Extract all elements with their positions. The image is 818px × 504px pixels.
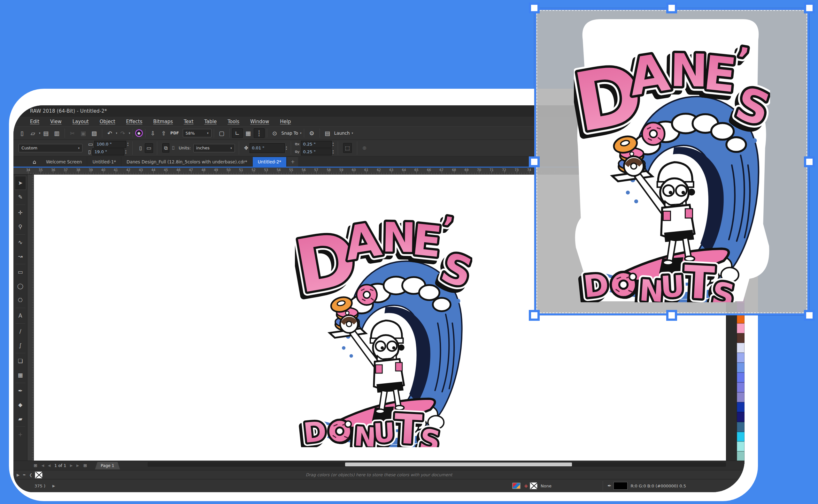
zoom-level-combo[interactable]: 58% ▾	[183, 129, 212, 137]
page-tab[interactable]: Page 1	[95, 462, 120, 470]
show-rulers-icon[interactable]: ∟	[232, 128, 243, 138]
nudge-distance-field[interactable]: 0.01 "	[250, 143, 285, 153]
copy-icon[interactable]: ▣	[78, 128, 89, 138]
export-icon[interactable]: ⇧	[158, 128, 169, 138]
transparency-tool-icon[interactable]: ▦	[15, 368, 26, 382]
color-proof-icon[interactable]	[512, 483, 520, 489]
paste-icon[interactable]: ▨	[89, 128, 100, 138]
ellipse-tool-icon[interactable]: ◯	[15, 279, 26, 293]
show-guidelines-icon[interactable]: ┆	[254, 128, 265, 138]
palette-swatch[interactable]	[737, 402, 745, 412]
palette-swatch[interactable]	[737, 412, 745, 422]
fullscreen-preview-icon[interactable]: ▢	[216, 128, 227, 138]
last-page-icon[interactable]: ▶	[74, 463, 81, 468]
rectangle-tool-icon[interactable]: ▭	[15, 265, 26, 279]
show-grid-icon[interactable]: ▦	[243, 128, 254, 138]
danes-donuts-artwork-canvas[interactable]	[295, 190, 472, 447]
portrait-button[interactable]: ▯	[136, 143, 145, 153]
all-pages-icon[interactable]: ⧉	[162, 143, 169, 153]
document-tab-0[interactable]: Welcome Screen	[41, 157, 87, 167]
document-tab-3[interactable]: Untitled-2*	[253, 157, 287, 167]
new-document-icon[interactable]: ▯	[17, 128, 27, 138]
menu-text[interactable]: Text	[184, 119, 193, 124]
smart-fill-tool-icon[interactable]: ▰	[15, 412, 26, 426]
page-height-spinner[interactable]: ▴▾	[125, 149, 126, 154]
shape-tool-icon[interactable]: ✎	[15, 190, 26, 204]
duplicate-x-spinner[interactable]: ▴▾	[333, 142, 334, 147]
palette-swatch[interactable]	[737, 343, 745, 353]
units-combo[interactable]: inches ▾	[193, 144, 235, 152]
artistic-media-tool-icon[interactable]: ↝	[15, 249, 26, 263]
freehand-tool-icon[interactable]: ∿	[15, 235, 26, 249]
document-tab-1[interactable]: Untitled-1*	[87, 157, 121, 167]
pick-tool-icon[interactable]: ➤	[15, 176, 26, 190]
duplicate-y-field[interactable]: 0.25 "	[301, 148, 332, 155]
page-width-spinner[interactable]: ▴▾	[127, 142, 128, 147]
page-size-preset-combo[interactable]: Custom ▾	[19, 144, 82, 152]
zoom-tool-icon[interactable]: ⚲	[15, 220, 26, 234]
landscape-button[interactable]: ▭	[145, 143, 153, 153]
palette-swatch[interactable]	[737, 432, 745, 442]
palette-swatch[interactable]	[737, 353, 745, 363]
snap-off-icon[interactable]: ⊙	[269, 128, 280, 138]
page-height-field[interactable]: 19.0 "	[92, 148, 124, 155]
interactive-fill-tool-icon[interactable]: ◆	[15, 398, 26, 412]
welcome-search-icon[interactable]: ◉	[135, 129, 143, 137]
danes-donuts-artwork-overlay[interactable]	[574, 18, 770, 302]
current-page-icon[interactable]: ⌷	[172, 145, 175, 151]
open-icon[interactable]: ▱	[27, 128, 38, 138]
menu-help[interactable]: Help	[280, 119, 291, 124]
new-tab-button[interactable]: +	[287, 157, 298, 167]
menu-tools[interactable]: Tools	[228, 119, 239, 124]
home-tab-icon[interactable]: ⌂	[28, 157, 41, 167]
next-page-icon[interactable]: ▶	[68, 463, 74, 468]
dimension-tool-icon[interactable]: ∕	[15, 324, 26, 338]
nudge-spinner[interactable]: ▴▾	[286, 146, 287, 151]
selection-handle-middle-left[interactable]	[529, 156, 540, 167]
palette-swatch[interactable]	[737, 441, 745, 451]
eyedropper-tool-icon[interactable]: ✒	[15, 384, 26, 398]
add-page-end-icon[interactable]: ⊞	[81, 463, 89, 468]
palette-swatch[interactable]	[737, 451, 745, 461]
cut-icon[interactable]: ✂	[67, 128, 78, 138]
selected-image-overlay[interactable]	[534, 8, 809, 315]
menu-layout[interactable]: Layout	[72, 119, 89, 124]
menu-edit[interactable]: Edit	[30, 119, 39, 124]
horizontal-scrollbar[interactable]	[148, 462, 726, 467]
more-tools-icon[interactable]: +	[15, 427, 26, 441]
polygon-tool-icon[interactable]: ⎔	[15, 293, 26, 307]
horizontal-scrollbar-thumb[interactable]	[345, 463, 572, 466]
redo-icon[interactable]: ↷	[117, 128, 128, 138]
duplicate-x-field[interactable]: 0.25 "	[301, 141, 332, 148]
document-tab-2[interactable]: Danes Design_Full (12.8in_5colors with u…	[121, 157, 253, 167]
add-page-start-icon[interactable]: ⊞	[31, 463, 40, 468]
palette-swatch[interactable]	[737, 363, 745, 372]
print-icon[interactable]: ▥	[51, 128, 62, 138]
launch-icon[interactable]: ▤	[322, 128, 333, 138]
connector-tool-icon[interactable]: ∫	[15, 338, 26, 352]
page-width-field[interactable]: 100.0 "	[94, 141, 126, 148]
palette-swatch[interactable]	[737, 422, 745, 432]
publish-pdf-icon[interactable]: PDF	[169, 128, 180, 138]
add-toolbar-items-icon[interactable]: ⊕	[362, 145, 367, 151]
import-icon[interactable]: ⇩	[148, 128, 158, 138]
launch-label[interactable]: Launch	[334, 131, 350, 136]
snap-to-label[interactable]: Snap To	[282, 131, 298, 136]
drop-shadow-tool-icon[interactable]: ❏	[15, 354, 26, 368]
menu-table[interactable]: Table	[204, 119, 217, 124]
menu-view[interactable]: View	[50, 119, 62, 124]
selection-handle-top-left[interactable]	[529, 3, 540, 13]
options-gear-icon[interactable]: ⚙	[307, 128, 317, 138]
palette-swatch[interactable]	[737, 323, 745, 333]
status-play-icon[interactable]: ▶	[52, 484, 55, 488]
previous-page-icon[interactable]: ◀	[46, 463, 52, 468]
menu-window[interactable]: Window	[250, 119, 269, 124]
menu-bitmaps[interactable]: Bitmaps	[153, 119, 173, 124]
vertical-ruler[interactable]	[27, 175, 34, 461]
selection-handle-middle-right[interactable]	[804, 156, 815, 167]
crop-tool-icon[interactable]: ✛	[15, 206, 26, 220]
palette-swatch[interactable]	[737, 382, 745, 392]
selection-handle-top-right[interactable]	[804, 3, 815, 13]
save-icon[interactable]: ▤	[41, 128, 51, 138]
palette-swatch[interactable]	[737, 333, 745, 343]
